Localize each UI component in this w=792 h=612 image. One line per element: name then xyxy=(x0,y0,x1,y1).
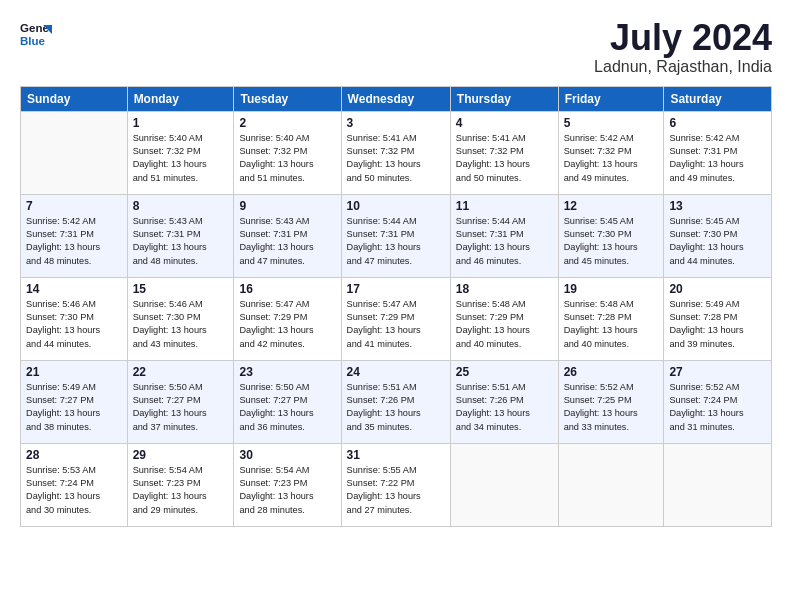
day-info: Sunrise: 5:47 AMSunset: 7:29 PMDaylight:… xyxy=(347,298,445,351)
day-info: Sunrise: 5:45 AMSunset: 7:30 PMDaylight:… xyxy=(564,215,659,268)
calendar-week-row: 28Sunrise: 5:53 AMSunset: 7:24 PMDayligh… xyxy=(21,443,772,526)
calendar-week-row: 21Sunrise: 5:49 AMSunset: 7:27 PMDayligh… xyxy=(21,360,772,443)
calendar-week-row: 1Sunrise: 5:40 AMSunset: 7:32 PMDaylight… xyxy=(21,111,772,194)
day-info: Sunrise: 5:50 AMSunset: 7:27 PMDaylight:… xyxy=(133,381,229,434)
day-info: Sunrise: 5:49 AMSunset: 7:28 PMDaylight:… xyxy=(669,298,766,351)
day-info: Sunrise: 5:41 AMSunset: 7:32 PMDaylight:… xyxy=(347,132,445,185)
calendar-cell: 15Sunrise: 5:46 AMSunset: 7:30 PMDayligh… xyxy=(127,277,234,360)
column-header-saturday: Saturday xyxy=(664,86,772,111)
calendar-cell: 22Sunrise: 5:50 AMSunset: 7:27 PMDayligh… xyxy=(127,360,234,443)
day-number: 6 xyxy=(669,116,766,130)
logo-icon: General Blue xyxy=(20,18,52,50)
column-header-thursday: Thursday xyxy=(450,86,558,111)
day-number: 21 xyxy=(26,365,122,379)
day-number: 25 xyxy=(456,365,553,379)
calendar-cell: 18Sunrise: 5:48 AMSunset: 7:29 PMDayligh… xyxy=(450,277,558,360)
calendar-cell: 11Sunrise: 5:44 AMSunset: 7:31 PMDayligh… xyxy=(450,194,558,277)
day-info: Sunrise: 5:54 AMSunset: 7:23 PMDaylight:… xyxy=(239,464,335,517)
calendar-cell: 26Sunrise: 5:52 AMSunset: 7:25 PMDayligh… xyxy=(558,360,664,443)
day-info: Sunrise: 5:43 AMSunset: 7:31 PMDaylight:… xyxy=(239,215,335,268)
day-info: Sunrise: 5:42 AMSunset: 7:32 PMDaylight:… xyxy=(564,132,659,185)
day-number: 24 xyxy=(347,365,445,379)
calendar-cell: 31Sunrise: 5:55 AMSunset: 7:22 PMDayligh… xyxy=(341,443,450,526)
calendar-cell: 9Sunrise: 5:43 AMSunset: 7:31 PMDaylight… xyxy=(234,194,341,277)
day-info: Sunrise: 5:47 AMSunset: 7:29 PMDaylight:… xyxy=(239,298,335,351)
column-header-sunday: Sunday xyxy=(21,86,128,111)
subtitle: Ladnun, Rajasthan, India xyxy=(594,58,772,76)
day-info: Sunrise: 5:52 AMSunset: 7:25 PMDaylight:… xyxy=(564,381,659,434)
calendar-page: General Blue July 2024 Ladnun, Rajasthan… xyxy=(0,0,792,612)
day-number: 1 xyxy=(133,116,229,130)
logo: General Blue xyxy=(20,18,52,50)
day-number: 15 xyxy=(133,282,229,296)
day-info: Sunrise: 5:48 AMSunset: 7:29 PMDaylight:… xyxy=(456,298,553,351)
calendar-cell: 24Sunrise: 5:51 AMSunset: 7:26 PMDayligh… xyxy=(341,360,450,443)
day-number: 16 xyxy=(239,282,335,296)
day-info: Sunrise: 5:40 AMSunset: 7:32 PMDaylight:… xyxy=(239,132,335,185)
page-header: General Blue July 2024 Ladnun, Rajasthan… xyxy=(20,18,772,76)
calendar-cell xyxy=(21,111,128,194)
day-info: Sunrise: 5:43 AMSunset: 7:31 PMDaylight:… xyxy=(133,215,229,268)
day-info: Sunrise: 5:54 AMSunset: 7:23 PMDaylight:… xyxy=(133,464,229,517)
day-info: Sunrise: 5:40 AMSunset: 7:32 PMDaylight:… xyxy=(133,132,229,185)
calendar-cell: 10Sunrise: 5:44 AMSunset: 7:31 PMDayligh… xyxy=(341,194,450,277)
day-number: 17 xyxy=(347,282,445,296)
calendar-cell: 20Sunrise: 5:49 AMSunset: 7:28 PMDayligh… xyxy=(664,277,772,360)
day-info: Sunrise: 5:46 AMSunset: 7:30 PMDaylight:… xyxy=(133,298,229,351)
calendar-cell: 16Sunrise: 5:47 AMSunset: 7:29 PMDayligh… xyxy=(234,277,341,360)
day-number: 12 xyxy=(564,199,659,213)
calendar-cell xyxy=(450,443,558,526)
calendar-cell: 23Sunrise: 5:50 AMSunset: 7:27 PMDayligh… xyxy=(234,360,341,443)
column-header-friday: Friday xyxy=(558,86,664,111)
day-info: Sunrise: 5:49 AMSunset: 7:27 PMDaylight:… xyxy=(26,381,122,434)
day-number: 11 xyxy=(456,199,553,213)
calendar-table: SundayMondayTuesdayWednesdayThursdayFrid… xyxy=(20,86,772,527)
calendar-cell: 21Sunrise: 5:49 AMSunset: 7:27 PMDayligh… xyxy=(21,360,128,443)
calendar-cell: 3Sunrise: 5:41 AMSunset: 7:32 PMDaylight… xyxy=(341,111,450,194)
svg-text:Blue: Blue xyxy=(20,35,46,47)
day-info: Sunrise: 5:44 AMSunset: 7:31 PMDaylight:… xyxy=(347,215,445,268)
calendar-cell: 8Sunrise: 5:43 AMSunset: 7:31 PMDaylight… xyxy=(127,194,234,277)
day-info: Sunrise: 5:51 AMSunset: 7:26 PMDaylight:… xyxy=(456,381,553,434)
column-header-monday: Monday xyxy=(127,86,234,111)
day-number: 29 xyxy=(133,448,229,462)
calendar-cell: 30Sunrise: 5:54 AMSunset: 7:23 PMDayligh… xyxy=(234,443,341,526)
calendar-cell: 1Sunrise: 5:40 AMSunset: 7:32 PMDaylight… xyxy=(127,111,234,194)
day-number: 27 xyxy=(669,365,766,379)
day-number: 26 xyxy=(564,365,659,379)
day-number: 3 xyxy=(347,116,445,130)
calendar-cell: 7Sunrise: 5:42 AMSunset: 7:31 PMDaylight… xyxy=(21,194,128,277)
day-number: 7 xyxy=(26,199,122,213)
day-number: 20 xyxy=(669,282,766,296)
day-number: 9 xyxy=(239,199,335,213)
day-info: Sunrise: 5:50 AMSunset: 7:27 PMDaylight:… xyxy=(239,381,335,434)
calendar-cell: 13Sunrise: 5:45 AMSunset: 7:30 PMDayligh… xyxy=(664,194,772,277)
calendar-cell: 19Sunrise: 5:48 AMSunset: 7:28 PMDayligh… xyxy=(558,277,664,360)
calendar-cell: 4Sunrise: 5:41 AMSunset: 7:32 PMDaylight… xyxy=(450,111,558,194)
day-info: Sunrise: 5:44 AMSunset: 7:31 PMDaylight:… xyxy=(456,215,553,268)
day-info: Sunrise: 5:53 AMSunset: 7:24 PMDaylight:… xyxy=(26,464,122,517)
day-number: 8 xyxy=(133,199,229,213)
day-number: 23 xyxy=(239,365,335,379)
calendar-header-row: SundayMondayTuesdayWednesdayThursdayFrid… xyxy=(21,86,772,111)
calendar-cell: 14Sunrise: 5:46 AMSunset: 7:30 PMDayligh… xyxy=(21,277,128,360)
calendar-cell xyxy=(558,443,664,526)
day-number: 30 xyxy=(239,448,335,462)
column-header-tuesday: Tuesday xyxy=(234,86,341,111)
day-number: 13 xyxy=(669,199,766,213)
calendar-cell: 27Sunrise: 5:52 AMSunset: 7:24 PMDayligh… xyxy=(664,360,772,443)
day-number: 19 xyxy=(564,282,659,296)
day-info: Sunrise: 5:46 AMSunset: 7:30 PMDaylight:… xyxy=(26,298,122,351)
calendar-week-row: 7Sunrise: 5:42 AMSunset: 7:31 PMDaylight… xyxy=(21,194,772,277)
main-title: July 2024 xyxy=(594,18,772,58)
day-number: 4 xyxy=(456,116,553,130)
calendar-cell: 17Sunrise: 5:47 AMSunset: 7:29 PMDayligh… xyxy=(341,277,450,360)
calendar-cell: 12Sunrise: 5:45 AMSunset: 7:30 PMDayligh… xyxy=(558,194,664,277)
calendar-cell: 25Sunrise: 5:51 AMSunset: 7:26 PMDayligh… xyxy=(450,360,558,443)
title-block: July 2024 Ladnun, Rajasthan, India xyxy=(594,18,772,76)
day-info: Sunrise: 5:55 AMSunset: 7:22 PMDaylight:… xyxy=(347,464,445,517)
column-header-wednesday: Wednesday xyxy=(341,86,450,111)
calendar-cell xyxy=(664,443,772,526)
day-number: 10 xyxy=(347,199,445,213)
calendar-cell: 6Sunrise: 5:42 AMSunset: 7:31 PMDaylight… xyxy=(664,111,772,194)
